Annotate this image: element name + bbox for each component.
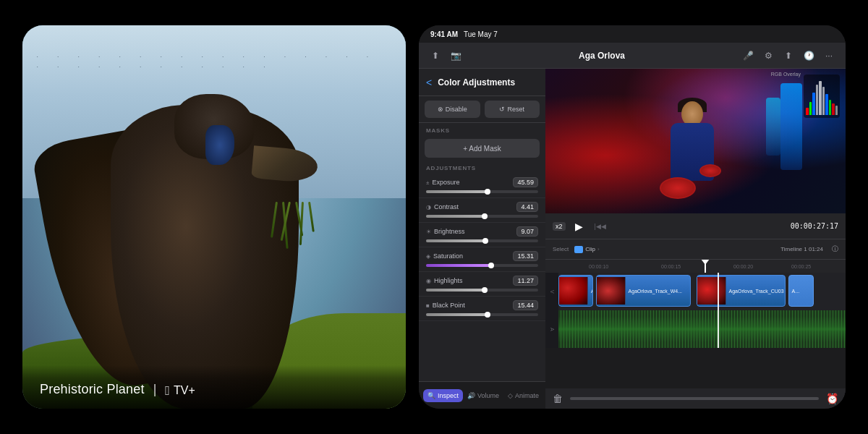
contrast-adjustment: ◑ Contrast 4.41: [419, 198, 545, 223]
add-mask-button[interactable]: + Add Mask: [425, 139, 540, 158]
toolbar-mic-icon[interactable]: 🎤: [740, 48, 756, 64]
reset-icon: ↺: [499, 106, 505, 113]
masks-label: MASKS: [419, 123, 545, 136]
reset-button[interactable]: ↺ Reset: [485, 101, 540, 118]
timeline-scrollbar[interactable]: [570, 397, 819, 400]
highlights-value: 11.27: [513, 276, 538, 286]
clip-thumb: [574, 246, 583, 253]
blackpoint-slider-thumb[interactable]: [485, 312, 490, 318]
transport-marker: |◀◀: [595, 223, 606, 230]
histogram-overlay: [804, 75, 840, 118]
apple-logo-icon: : [165, 384, 170, 397]
prehistoric-planet-scene: Prehistoric Planet |  TV+: [22, 25, 406, 409]
highlights-slider-thumb[interactable]: [482, 287, 488, 293]
brightness-slider-track[interactable]: [426, 239, 538, 242]
clip-name-label: Clip: [585, 246, 595, 252]
contrast-slider-thumb[interactable]: [482, 213, 488, 219]
disable-button[interactable]: ⊗ Disable: [425, 101, 480, 118]
exposure-slider-thumb[interactable]: [485, 189, 490, 195]
info-icon[interactable]: ⓘ: [832, 244, 838, 254]
video-clip-2[interactable]: AgaOrlova_Track_W4...: [596, 275, 691, 307]
project-title: Aga Orlova: [468, 51, 736, 61]
disable-icon: ⊗: [438, 106, 443, 113]
video-clip-3[interactable]: AgaOrlova_Track_CU03: [697, 275, 786, 307]
back-button[interactable]: <: [426, 77, 432, 88]
video-track-label: V: [545, 273, 558, 310]
brightness-icon: ☀: [426, 229, 431, 235]
highlights-adjustment: ◉ Highlights 11.27: [419, 272, 545, 297]
contrast-value: 4.41: [516, 202, 538, 212]
main-content: < Color Adjustments ⊗ Disable ↺ Reset MA…: [419, 69, 846, 409]
inspect-icon: 🔍: [427, 392, 435, 399]
play-button[interactable]: ▶: [571, 218, 587, 234]
timeline-header: Select Clip › Timeline 1 01:24 ⓘ: [545, 239, 846, 260]
contrast-label: ◑ Contrast: [426, 203, 459, 210]
brightness-slider-thumb[interactable]: [482, 238, 488, 244]
blackpoint-slider-fill: [426, 313, 488, 316]
panel-header: < Color Adjustments: [419, 69, 545, 96]
contrast-icon: ◑: [426, 204, 431, 210]
tab-animate[interactable]: ◇ Animate: [503, 389, 543, 402]
timeline-area: Select Clip › Timeline 1 01:24 ⓘ: [545, 239, 846, 409]
timeline-settings-icon[interactable]: ⏰: [826, 393, 838, 404]
timeline-ruler: 00:00:10 00:00:15 00:00:20 00:00:25: [545, 260, 846, 273]
add-mask-label: + Add Mask: [463, 145, 501, 153]
status-date: Tue May 7: [464, 30, 498, 38]
playhead[interactable]: [705, 260, 706, 273]
delete-button[interactable]: 🗑: [553, 393, 563, 404]
select-label: Select: [553, 246, 569, 252]
tab-volume[interactable]: 🔊 Volume: [463, 389, 503, 402]
toolbar-share-icon[interactable]: ⬆: [780, 48, 796, 64]
clip-label-3: AgaOrlova_Track_CU03: [726, 287, 785, 295]
exposure-adjustment: ± Exposure 45.59: [419, 174, 545, 198]
hist-bar-r2: [832, 103, 835, 115]
saturation-slider-track[interactable]: [426, 264, 538, 267]
vegetation: [272, 202, 315, 260]
exposure-label: ± Exposure: [426, 179, 459, 186]
rgb-overlay-label: RGB Overlay: [771, 72, 801, 77]
hist-bar-b2: [825, 94, 828, 115]
hist-bar-w3: [822, 87, 825, 115]
playhead-audio-track: [718, 310, 719, 348]
toolbar-camera-icon[interactable]: 📷: [448, 48, 464, 64]
drum-small: [699, 164, 721, 177]
panel-title: Color Adjustments: [438, 77, 515, 88]
status-bar: 9:41 AM Tue May 7: [419, 25, 846, 43]
toolbar-settings-icon[interactable]: ⚙: [760, 48, 776, 64]
toolbar-upload-icon[interactable]: ⬆: [427, 48, 443, 64]
hist-bar-b1: [812, 93, 815, 115]
service-name-label: TV+: [174, 384, 195, 397]
clip-chevron-icon: ›: [597, 246, 600, 252]
preview-area: RGB Overlay: [545, 69, 846, 409]
brightness-label: ☀ Brightness: [426, 228, 465, 235]
highlights-label: ◉ Highlights: [426, 277, 463, 284]
exposure-slider-track[interactable]: [426, 190, 538, 193]
audio-track-row: A: [545, 310, 846, 348]
hist-bar-g2: [829, 100, 832, 115]
exposure-slider-fill: [426, 190, 488, 193]
contrast-slider-track[interactable]: [426, 215, 538, 218]
ruler-tick-1: 00:00:10: [589, 264, 608, 269]
toolbar-history-icon[interactable]: 🕐: [801, 48, 817, 64]
audio-track-label: A: [545, 310, 558, 348]
color-adjustments-panel: < Color Adjustments ⊗ Disable ↺ Reset MA…: [419, 69, 545, 409]
brightness-slider-fill: [426, 239, 485, 242]
toolbar-more-icon[interactable]: ···: [821, 48, 837, 64]
video-clip-4[interactable]: A...: [788, 275, 814, 307]
neon-bar-1: [780, 83, 802, 170]
blackpoint-slider-track[interactable]: [426, 313, 538, 316]
panel-bottom-toolbar: 🔍 Inspect 🔊 Volume ◇ Animate ⊞ Multicam: [419, 381, 545, 409]
video-clip-1[interactable]: Ap...: [558, 275, 593, 307]
neon-bar-2: [766, 98, 780, 156]
volume-icon: 🔊: [467, 392, 475, 399]
contrast-slider-fill: [426, 215, 485, 218]
hist-bar-gray: [835, 106, 838, 115]
brightness-adjustment: ☀ Brightness 9.07: [419, 223, 545, 247]
video-track-content: Ap... AgaOrlova_Track_W4...: [558, 273, 846, 310]
saturation-slider-thumb[interactable]: [488, 263, 494, 268]
tab-inspect[interactable]: 🔍 Inspect: [423, 389, 463, 402]
hist-bar-g: [809, 102, 812, 115]
highlights-slider-track[interactable]: [426, 289, 538, 292]
video-track-row: V Ap...: [545, 273, 846, 310]
right-device: 9:41 AM Tue May 7 ⬆ 📷 Aga Orlova 🎤 ⚙ ⬆ 🕐…: [419, 25, 846, 409]
